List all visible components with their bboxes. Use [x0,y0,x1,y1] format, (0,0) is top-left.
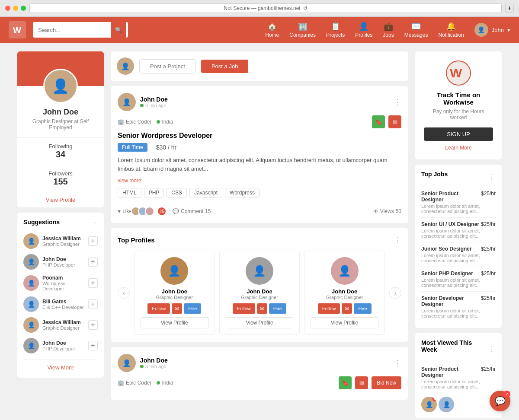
add-suggestion-button[interactable]: + [88,320,98,330]
comment-count: 15 [205,208,211,214]
most-viewed-title: Most Viewed This Week [421,339,488,353]
feed-location: India [157,119,173,125]
hire-button[interactable]: Hire [354,303,371,314]
message-button[interactable]: ✉ [257,303,267,314]
add-suggestion-button[interactable]: + [88,278,98,288]
home-icon: 🏠 [267,22,277,31]
chat-badge: 2 [503,391,510,398]
view-profile-button[interactable]: View Profile [141,317,208,328]
view-profile-link[interactable]: View Profile [17,192,104,207]
comment-icon: 💬 [173,208,179,214]
carousel-next-button[interactable]: › [389,287,401,299]
feed-footer: ♥ Like 25 💬 Comment 15 👁 Views [118,202,401,216]
message-button[interactable]: ✉ [172,303,182,314]
follow-button[interactable]: Follow [318,303,340,314]
list-item: 👤 John Doe PHP Developer + [23,251,98,272]
top-jobs-options-icon[interactable]: ⋮ [488,172,496,181]
tag-item: Javascript [189,188,222,197]
job-rate: $25/hr [481,221,496,227]
follow-button[interactable]: Follow [233,303,255,314]
add-suggestion-button[interactable]: + [88,257,98,267]
like-button[interactable]: ♥ Like 25 [118,207,166,216]
close-btn[interactable] [5,6,10,11]
bookmark-button-2[interactable]: 🔖 [339,376,352,389]
nav-home[interactable]: 🏠 Home [265,22,279,38]
nav-notification[interactable]: 🔔 Notification [438,22,464,38]
feed-options-icon-2[interactable]: ⋮ [394,358,401,368]
company-name-2: Epic Coder [126,380,151,386]
suggestions-more-icon[interactable]: ··· [93,219,98,226]
search-input[interactable] [33,23,111,37]
bid-now-button[interactable]: Bid Now [372,376,401,389]
search-button[interactable]: 🔍 [111,22,126,38]
add-suggestion-button[interactable]: + [88,341,98,350]
top-profiles-options-icon[interactable]: ⋮ [394,235,401,245]
viewed-avatar: 👤 2 [421,397,437,412]
mail-button[interactable]: ✉ [388,115,401,128]
job-rate: $25/hr [481,270,496,277]
profile-mini-avatar: 👤 [331,257,359,285]
feed-options-icon[interactable]: ⋮ [394,97,401,107]
location-text-2: India [162,380,173,386]
address-bar[interactable]: Not Secure — gambolthemes.net ↺ [29,3,502,13]
add-suggestion-button[interactable]: + [88,299,98,309]
feed-company: 🏢 Epic Coder [118,119,151,125]
view-profile-button[interactable]: View Profile [226,317,294,328]
new-tab-button[interactable]: + [505,4,514,13]
hire-button[interactable]: Hire [269,303,286,314]
nav-profiles[interactable]: 👤 Profiles [355,22,372,38]
job-item: Senior PHP Designer $25/hr Lorem ipsum d… [421,267,496,292]
carousel-prev-button[interactable]: ‹ [118,287,130,299]
feed-avatar-2: 👤 [118,354,136,372]
profile-mini-actions: Follow ✉ Hire [311,303,378,314]
bookmark-button[interactable]: 🔖 [372,115,385,128]
profile-mini-card: 👤 John Doe Graphic Designer Follow ✉ Hir… [304,251,385,335]
user-menu[interactable]: 👤 John ▾ [474,23,510,37]
followers-label: Followers [22,170,99,177]
view-more-link[interactable]: view more [118,178,141,184]
reload-icon[interactable]: ↺ [303,5,308,11]
companies-icon: 🏢 [298,22,308,31]
suggestion-info: Bill Gates C & C++ Developer [42,299,85,310]
feed-description: Lorem ipsum dolor sit amet, consectetur … [118,156,401,173]
follow-button[interactable]: Follow [147,303,170,314]
logo[interactable]: W [9,21,26,38]
post-project-button[interactable]: Post a Project [139,59,196,73]
feed-time-text: 3 min ago [145,103,166,108]
w-logo-icon: W [12,25,22,35]
job-name: Senior PHP Designer [421,270,473,277]
most-viewed-options-icon[interactable]: ⋮ [488,344,496,353]
nav-messages[interactable]: ✉️ Messages [404,22,428,38]
profile-mini-role: Graphic Designer [311,295,378,300]
nav-companies[interactable]: 🏢 Companies [289,22,316,38]
top-jobs-card: Top Jobs ⋮ Senior Product Designer $25/h… [415,165,502,328]
minimize-btn[interactable] [13,6,18,11]
maximize-btn[interactable] [21,6,26,11]
main-container: 👤 John Doe Graphic Designer at Self Empl… [9,43,510,420]
mail-button-2[interactable]: ✉ [355,376,368,389]
profile-cover: 👤 [17,51,104,86]
nav-projects[interactable]: 📋 Projects [326,22,345,38]
feed-meta-2: 🏢 Epic Coder India 🔖 ✉ Bid Now [118,376,401,389]
message-button[interactable]: ✉ [342,303,352,314]
learn-more-link[interactable]: Learn More [445,145,471,151]
signup-button[interactable]: SIGN UP [424,127,493,141]
post-job-button[interactable]: Post a Job [201,60,248,73]
feed-header-2: 👤 John Doe 3 min ago ⋮ [118,354,401,372]
view-more-link[interactable]: View More [23,360,98,372]
comment-link[interactable]: 💬 Comment 15 [173,208,211,214]
tag-item: CSS [167,188,187,197]
feed-time-text-2: 3 min ago [145,364,166,369]
chat-bubble[interactable]: 💬 2 [490,391,510,411]
view-profile-button[interactable]: View Profile [311,317,378,328]
list-item: 👤 Bill Gates C & C++ Developer + [23,294,98,315]
nav-jobs[interactable]: 💼 Jobs [383,22,394,38]
job-rate: $25/hr [481,295,496,301]
promo-title: Track Time on Workwise [424,91,493,106]
profile-avatar: 👤 [43,69,78,103]
job-desc: Lorem ipsum dolor sit amet, consectetur … [421,228,496,239]
add-suggestion-button[interactable]: + [88,236,98,246]
nav-jobs-label: Jobs [383,32,394,38]
hire-button[interactable]: Hire [184,303,201,314]
suggestion-info: John Doe PHP Developer [42,256,85,267]
